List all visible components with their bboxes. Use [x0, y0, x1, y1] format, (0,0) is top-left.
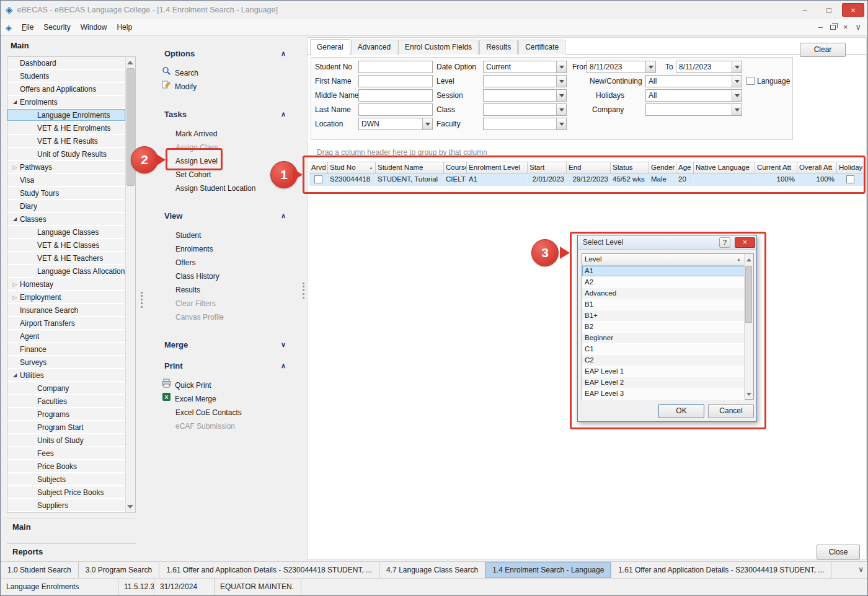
mdi-menu-chevron-icon[interactable]: ∨: [855, 22, 861, 32]
sidebar-item-insurance-search[interactable]: Insurance Search: [7, 304, 125, 317]
col-current-att[interactable]: Current Att: [755, 162, 797, 174]
sidebar-item-faculties[interactable]: Faculties: [7, 395, 125, 408]
sidebar-item-surveys[interactable]: Surveys: [7, 356, 125, 369]
bottom-tab-offer-details-419[interactable]: 1.61 Offer and Application Details - S23…: [611, 562, 831, 578]
level-option-advanced[interactable]: Advanced: [582, 288, 745, 299]
dropdown-arrow-icon[interactable]: [556, 90, 566, 101]
first-name-input[interactable]: [358, 75, 433, 87]
dropdown-arrow-icon[interactable]: [556, 104, 566, 115]
sidebar-item-dashboard[interactable]: Dashboard: [7, 57, 125, 70]
tab-results[interactable]: Results: [479, 40, 518, 55]
dropdown-arrow-icon[interactable]: [422, 118, 432, 129]
sidebar-item-utilities[interactable]: ◢Utilities: [7, 369, 125, 382]
sidebar-item-study-tours[interactable]: Study Tours: [7, 187, 125, 200]
col-age[interactable]: Age: [676, 162, 694, 174]
holidays-select[interactable]: All: [645, 89, 742, 102]
location-select[interactable]: DWN: [358, 118, 433, 130]
scroll-up-icon[interactable]: [746, 258, 751, 261]
section-print-header[interactable]: Print∧: [149, 360, 306, 371]
scroll-up-icon[interactable]: [127, 61, 133, 64]
sidebar-item-enrolments[interactable]: ◢Enrolments: [7, 96, 125, 109]
tree-collapsed-icon[interactable]: ▷: [10, 164, 20, 170]
bottom-tab-offer-details-418[interactable]: 1.61 Offer and Application Details - S23…: [159, 562, 379, 578]
mdi-close-button[interactable]: ×: [843, 22, 848, 32]
table-row[interactable]: S230044418 STUDENT, Tutorial CIELTS A1 2…: [309, 174, 864, 186]
section-view-header[interactable]: View∧: [149, 210, 306, 221]
scrollbar-thumb[interactable]: [745, 266, 752, 323]
level-option-a2[interactable]: A2: [582, 277, 745, 288]
sidebar-item-suppliers[interactable]: Suppliers: [7, 499, 125, 512]
sidebar-item-diary[interactable]: Diary: [7, 200, 125, 213]
col-enrolment-level[interactable]: Enrolment Level: [467, 162, 528, 174]
tree-collapsed-icon[interactable]: ▷: [10, 281, 20, 287]
level-option-b1[interactable]: B1: [582, 299, 745, 310]
level-option-c2[interactable]: C2: [582, 355, 745, 366]
dialog-help-button[interactable]: ?: [719, 237, 730, 248]
tree-scrollbar[interactable]: [125, 57, 135, 512]
level-option-a1[interactable]: A1: [582, 266, 745, 277]
print-excel-coe-contacts[interactable]: Excel CoE Contacts: [149, 406, 306, 419]
col-course[interactable]: Course: [444, 162, 467, 174]
level-column-header[interactable]: Level▲: [582, 254, 745, 266]
sidebar-item-program-start[interactable]: Program Start: [7, 421, 125, 434]
dropdown-arrow-icon[interactable]: [556, 76, 566, 87]
chevron-up-icon[interactable]: ∧: [281, 50, 286, 58]
col-stud-no[interactable]: Stud No▲: [328, 162, 376, 174]
maximize-button[interactable]: □: [818, 3, 840, 17]
sidebar-item-agent[interactable]: Agent: [7, 330, 125, 343]
dialog-close-button[interactable]: ×: [735, 237, 755, 248]
arrived-checkbox[interactable]: [314, 175, 322, 183]
dropdown-arrow-icon[interactable]: [732, 76, 742, 87]
view-results[interactable]: Results: [149, 283, 306, 297]
section-tasks-header[interactable]: Tasks∧: [149, 108, 306, 120]
minimize-button[interactable]: –: [794, 3, 816, 17]
bottom-tab-student-search[interactable]: 1.0 Student Search: [1, 562, 79, 578]
sidebar-item-offers-applications[interactable]: Offers and Applications: [7, 83, 125, 96]
level-option-eap-level-1[interactable]: EAP Level 1: [582, 366, 745, 377]
tree-expanded-icon[interactable]: ◢: [10, 372, 20, 378]
to-date-select[interactable]: 8/11/2023: [676, 61, 742, 73]
sidebar-item-language-classes[interactable]: Language Classes: [7, 226, 125, 239]
sidebar-item-classes[interactable]: ◢Classes: [7, 213, 125, 226]
col-student-name[interactable]: Student Name: [376, 162, 444, 174]
sidebar-item-language-class-allocation[interactable]: Language Class Allocation: [7, 265, 125, 278]
view-enrolments[interactable]: Enrolments: [149, 242, 306, 256]
sidebar-item-company[interactable]: Company: [7, 382, 125, 395]
view-class-history[interactable]: Class History: [149, 270, 306, 283]
print-quick-print[interactable]: Quick Print: [149, 379, 306, 392]
tree-collapsed-icon[interactable]: ▷: [10, 294, 20, 300]
sidebar-item-language-enrolments[interactable]: Language Enrolments: [7, 109, 125, 122]
level-list-scrollbar[interactable]: [744, 254, 753, 399]
chevron-up-icon[interactable]: ∧: [281, 110, 286, 118]
date-option-select[interactable]: Current: [483, 61, 567, 73]
sidebar-item-employment[interactable]: ▷Employment: [7, 291, 125, 304]
ok-button[interactable]: OK: [658, 404, 704, 418]
dropdown-arrow-icon[interactable]: [732, 61, 742, 72]
close-window-button[interactable]: ×: [842, 3, 864, 17]
level-option-eap-level-2[interactable]: EAP Level 2: [582, 377, 745, 388]
level-option-b2[interactable]: B2: [582, 322, 745, 333]
sidebar-item-airport-transfers[interactable]: Airport Transfers: [7, 317, 125, 330]
level-option-c1[interactable]: C1: [582, 344, 745, 355]
options-modify[interactable]: Modify: [149, 80, 306, 94]
sidebar-splitter-handle[interactable]: [141, 292, 143, 308]
scrollbar-thumb[interactable]: [126, 68, 135, 186]
scroll-down-icon[interactable]: [127, 505, 133, 509]
tab-certificate[interactable]: Certificate: [518, 40, 565, 55]
tab-advanced[interactable]: Advanced: [351, 40, 397, 55]
faculty-select[interactable]: [483, 118, 567, 130]
menu-security[interactable]: Security: [38, 20, 75, 34]
sidebar-item-visa[interactable]: Visa: [7, 174, 125, 187]
clear-button[interactable]: Clear: [800, 43, 846, 57]
session-select[interactable]: [483, 89, 567, 102]
nav-group-main[interactable]: Main: [7, 519, 136, 535]
holiday-checkbox[interactable]: [846, 175, 854, 183]
sidebar-item-price-books[interactable]: Price Books: [7, 460, 125, 473]
print-excel-merge[interactable]: XExcel Merge: [149, 392, 306, 406]
dropdown-arrow-icon[interactable]: [556, 61, 566, 72]
sidebar-item-vet-he-classes[interactable]: VET & HE Classes: [7, 239, 125, 252]
close-button[interactable]: Close: [817, 545, 860, 559]
menu-file[interactable]: File: [17, 20, 38, 34]
company-select[interactable]: [645, 103, 742, 116]
dropdown-arrow-icon[interactable]: [732, 104, 742, 115]
